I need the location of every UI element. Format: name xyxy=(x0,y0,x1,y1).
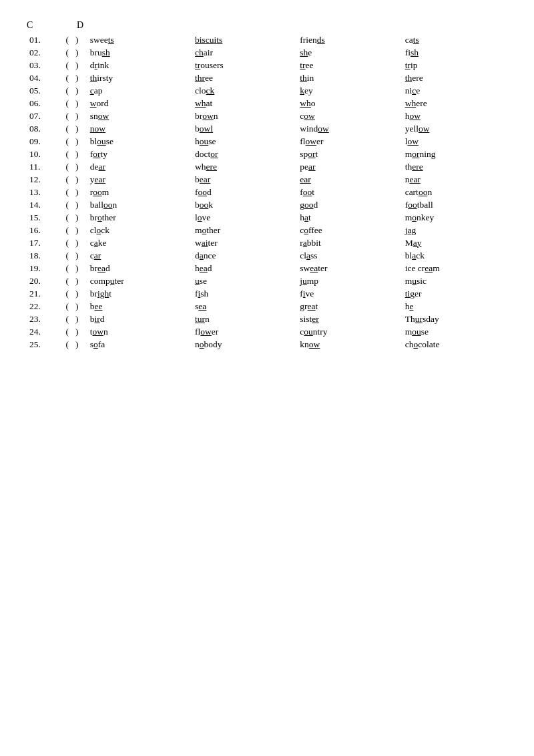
col1-word: sweets xyxy=(87,33,192,46)
row-paren: ( ) xyxy=(63,338,87,351)
col2-word: sea xyxy=(192,300,297,313)
col4-word: there xyxy=(403,160,507,173)
col2-word: where xyxy=(192,160,297,173)
col3-word: hat xyxy=(297,211,402,224)
row-number: 11. xyxy=(27,160,63,173)
table-row: 11.( )dearwherepearthere xyxy=(27,160,507,173)
col2-word: head xyxy=(192,262,297,274)
col1-word: bird xyxy=(87,313,192,325)
col1-word: cap xyxy=(87,84,192,97)
col2-word: nobody xyxy=(192,338,297,351)
col2-word: waiter xyxy=(192,236,297,249)
table-row: 19.( )breadheadsweaterice cream xyxy=(27,262,507,274)
row-paren: ( ) xyxy=(63,211,87,224)
row-paren: ( ) xyxy=(63,198,87,211)
col2-word: turn xyxy=(192,313,297,325)
col4-word: cats xyxy=(403,33,507,46)
col4-word: chocolate xyxy=(403,338,507,351)
col2-word: food xyxy=(192,186,297,198)
col1-word: now xyxy=(87,122,192,135)
col3-word: she xyxy=(297,46,402,59)
col4-word: fish xyxy=(403,46,507,59)
row-number: 17. xyxy=(27,236,63,249)
col1-word: word xyxy=(87,97,192,110)
col3-word: thin xyxy=(297,71,402,84)
col2-word: house xyxy=(192,135,297,148)
col4-word: jag xyxy=(403,224,507,236)
col3-word: foot xyxy=(297,186,402,198)
col3-word: key xyxy=(297,84,402,97)
table-row: 14.( )balloonbookgoodfootball xyxy=(27,198,507,211)
row-number: 25. xyxy=(27,338,63,351)
row-number: 08. xyxy=(27,122,63,135)
row-paren: ( ) xyxy=(63,287,87,300)
col3-word: coffee xyxy=(297,224,402,236)
row-paren: ( ) xyxy=(63,325,87,338)
row-number: 02. xyxy=(27,46,63,59)
row-paren: ( ) xyxy=(63,236,87,249)
col2-word: biscuits xyxy=(192,33,297,46)
col1-word: clock xyxy=(87,224,192,236)
row-number: 04. xyxy=(27,71,63,84)
row-paren: ( ) xyxy=(63,148,87,160)
col1-word: sofa xyxy=(87,338,192,351)
table-row: 10.( )fortydoctorsportmorning xyxy=(27,148,507,160)
col2-word: doctor xyxy=(192,148,297,160)
row-paren: ( ) xyxy=(63,313,87,325)
col2-word: trousers xyxy=(192,59,297,71)
row-number: 21. xyxy=(27,287,63,300)
col4-word: near xyxy=(403,173,507,186)
word-table: 01.( )sweetsbiscuitsfriendscats02.( )bru… xyxy=(27,33,507,351)
col-d-header: D xyxy=(77,20,164,31)
col4-word: Thursday xyxy=(403,313,507,325)
row-paren: ( ) xyxy=(63,71,87,84)
header-row: C D xyxy=(27,20,507,31)
table-row: 07.( )snowbrowncowhow xyxy=(27,110,507,122)
col2-word: fish xyxy=(192,287,297,300)
row-paren: ( ) xyxy=(63,135,87,148)
col3-word: ear xyxy=(297,173,402,186)
row-number: 10. xyxy=(27,148,63,160)
col1-word: cake xyxy=(87,236,192,249)
col3-word: jump xyxy=(297,274,402,287)
row-paren: ( ) xyxy=(63,224,87,236)
row-number: 24. xyxy=(27,325,63,338)
col2-word: dance xyxy=(192,249,297,262)
col1-word: car xyxy=(87,249,192,262)
col4-word: music xyxy=(403,274,507,287)
table-row: 08.( )nowbowlwindowyellow xyxy=(27,122,507,135)
col1-word: bee xyxy=(87,300,192,313)
table-row: 23.( )birdturnsisterThursday xyxy=(27,313,507,325)
col4-word: monkey xyxy=(403,211,507,224)
row-number: 15. xyxy=(27,211,63,224)
col1-word: year xyxy=(87,173,192,186)
col2-word: use xyxy=(192,274,297,287)
col3-word: five xyxy=(297,287,402,300)
col4-word: yellow xyxy=(403,122,507,135)
row-number: 22. xyxy=(27,300,63,313)
col3-word: sport xyxy=(297,148,402,160)
col3-word: sweater xyxy=(297,262,402,274)
col2-word: bowl xyxy=(192,122,297,135)
row-number: 14. xyxy=(27,198,63,211)
row-number: 16. xyxy=(27,224,63,236)
table-row: 03.( )drinktrouserstreetrip xyxy=(27,59,507,71)
row-paren: ( ) xyxy=(63,33,87,46)
table-row: 20.( )computerusejumpmusic xyxy=(27,274,507,287)
col1-word: room xyxy=(87,186,192,198)
col4-word: tiger xyxy=(403,287,507,300)
col3-word: who xyxy=(297,97,402,110)
row-number: 13. xyxy=(27,186,63,198)
row-paren: ( ) xyxy=(63,300,87,313)
col4-word: there xyxy=(403,71,507,84)
col2-word: mother xyxy=(192,224,297,236)
row-number: 06. xyxy=(27,97,63,110)
col2-word: love xyxy=(192,211,297,224)
row-number: 18. xyxy=(27,249,63,262)
col3-word: pear xyxy=(297,160,402,173)
col3-word: sister xyxy=(297,313,402,325)
col4-word: where xyxy=(403,97,507,110)
table-row: 12.( )yearbearearnear xyxy=(27,173,507,186)
row-paren: ( ) xyxy=(63,59,87,71)
table-row: 24.( )townflowercountrymouse xyxy=(27,325,507,338)
